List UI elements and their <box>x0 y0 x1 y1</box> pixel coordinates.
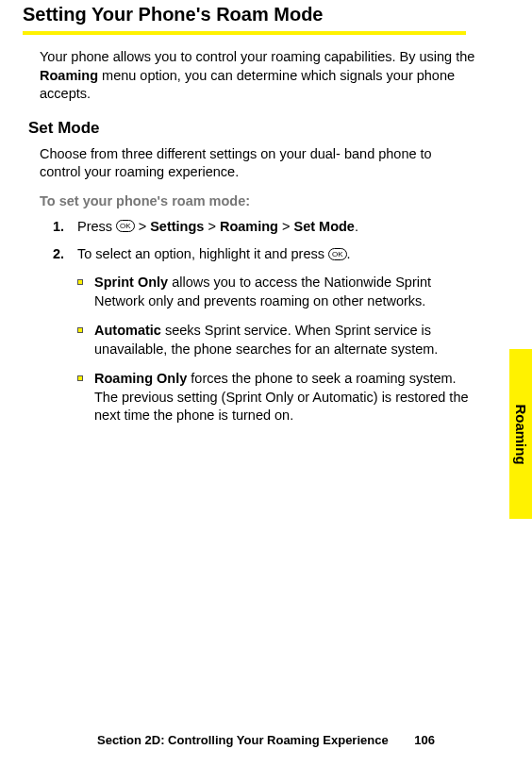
step1-gt3: > <box>278 219 294 234</box>
step-body: Press OK > Settings > Roaming > Set Mode… <box>77 218 474 237</box>
bullet-body: Automatic seeks Sprint service. When Spr… <box>94 322 472 358</box>
step2-after: . <box>347 246 351 261</box>
step1-gt1: > <box>135 219 151 234</box>
step1-period: . <box>355 219 358 234</box>
step-number: 2. <box>53 245 77 264</box>
page-title: Setting Your Phone's Roam Mode <box>23 4 504 31</box>
step-1: 1. Press OK > Settings > Roaming > Set M… <box>53 218 504 237</box>
bullet-sprint-only: Sprint Only allows you to access the Nat… <box>77 274 504 310</box>
bullet-bold: Automatic <box>94 323 161 338</box>
step1-setmode: Set Mode <box>293 219 354 234</box>
intro-bold: Roaming <box>40 68 98 83</box>
set-mode-description: Choose from three different settings on … <box>40 145 474 182</box>
bullet-bold: Roaming Only <box>94 371 187 386</box>
bullet-body: Sprint Only allows you to access the Nat… <box>94 274 472 310</box>
side-tab: Roaming <box>509 349 532 519</box>
title-underline <box>23 31 466 35</box>
side-tab-label: Roaming <box>513 404 529 464</box>
page-footer: Section 2D: Controlling Your Roaming Exp… <box>0 733 532 747</box>
title-text: Setting Your Phone's Roam Mode <box>23 4 324 25</box>
step1-settings: Settings <box>150 219 204 234</box>
step1-gt2: > <box>204 219 220 234</box>
step-2: 2. To select an option, highlight it and… <box>53 245 504 264</box>
bullet-bold: Sprint Only <box>94 275 168 290</box>
step1-roaming: Roaming <box>220 219 278 234</box>
instruction-title: To set your phone's roam mode: <box>40 193 504 208</box>
bullet-icon <box>77 375 83 381</box>
step-number: 1. <box>53 218 77 237</box>
footer-page-number: 106 <box>414 733 435 747</box>
step-body: To select an option, highlight it and pr… <box>77 245 474 264</box>
step1-press: Press <box>77 219 116 234</box>
bullet-roaming-only: Roaming Only forces the phone to seek a … <box>77 370 504 425</box>
bullet-icon <box>77 327 83 333</box>
intro-after: menu option, you can determine which sig… <box>40 68 455 102</box>
intro-paragraph: Your phone allows you to control your ro… <box>40 48 492 104</box>
set-mode-heading: Set Mode <box>28 119 504 138</box>
ok-key-icon: OK <box>116 220 135 232</box>
intro-before: Your phone allows you to control your ro… <box>40 49 474 64</box>
bullet-automatic: Automatic seeks Sprint service. When Spr… <box>77 322 504 358</box>
bullet-icon <box>77 279 83 285</box>
bullet-body: Roaming Only forces the phone to seek a … <box>94 370 472 425</box>
ok-key-icon: OK <box>328 248 347 260</box>
footer-section: Section 2D: Controlling Your Roaming Exp… <box>97 733 389 747</box>
step2-before: To select an option, highlight it and pr… <box>77 246 328 261</box>
